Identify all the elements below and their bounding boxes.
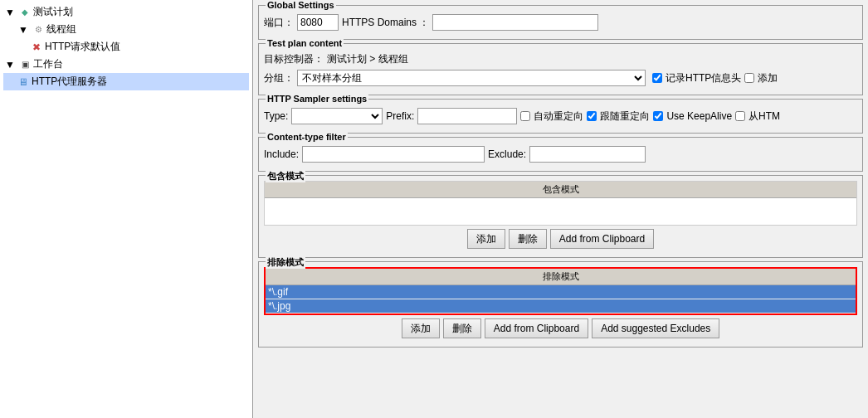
http-sampler-section: HTTP Sampler settings Type: Prefix: 自动重定… <box>258 99 863 134</box>
group-select[interactable]: 不对样本分组 在组间放置控制器 每个组放一个新控制器 只存储第一个样本 <box>297 70 646 86</box>
sidebar-item-test-plan[interactable]: ▼ ◆ 测试计划 <box>3 3 249 21</box>
sidebar: ▼ ◆ 测试计划 ▼ ⚙ 线程组 ✖ HTTP请求默认值 ▼ ▣ 工作台 🖥 H… <box>0 0 253 418</box>
include-pattern-table-wrapper: 包含模式 <box>264 181 857 226</box>
exclude-value-2: *\.jpg <box>268 300 290 312</box>
group-row: 分组： 不对样本分组 在组间放置控制器 每个组放一个新控制器 只存储第一个样本 … <box>264 70 857 86</box>
exclude-pattern-header: 排除模式 <box>266 269 856 285</box>
auto-redirect-checkbox[interactable] <box>520 111 530 121</box>
sidebar-item-label: 线程组 <box>46 22 76 36</box>
follow-redirect-label: 跟随重定向 <box>600 109 650 124</box>
https-input[interactable] <box>432 14 598 31</box>
prefix-label: Prefix: <box>386 110 414 122</box>
exclude-add-suggested-button[interactable]: Add suggested Excludes <box>592 318 719 338</box>
target-value: 测试计划 > 线程组 <box>327 52 408 66</box>
port-input[interactable] <box>297 14 339 31</box>
include-input[interactable] <box>302 146 485 163</box>
exclude-row-2[interactable]: *\.jpg <box>266 299 856 314</box>
global-settings-title: Global Settings <box>266 0 336 10</box>
include-pattern-header: 包含模式 <box>265 182 856 198</box>
group-label: 分组： <box>264 71 294 85</box>
follow-redirect-checkbox[interactable] <box>587 111 597 121</box>
sidebar-item-http-defaults[interactable]: ✖ HTTP请求默认值 <box>3 38 249 56</box>
exclude-buttons: 添加 删除 Add from Clipboard Add suggested E… <box>264 315 857 342</box>
expand-icon: ▼ <box>3 6 17 19</box>
test-plan-content-section: Test plan content 目标控制器： 测试计划 > 线程组 分组： … <box>258 43 863 95</box>
port-row: 端口： HTTPS Domains ： <box>264 14 857 31</box>
exclude-delete-button[interactable]: 删除 <box>443 318 481 338</box>
exclude-pattern-section: 排除模式 排除模式 *\.gif *\.jpg 添加 删除 Add from C… <box>258 261 863 348</box>
sidebar-item-label: 测试计划 <box>33 5 73 19</box>
include-delete-button[interactable]: 删除 <box>509 229 547 249</box>
target-label: 目标控制器： <box>264 52 324 66</box>
content-filter-title: Content-type filter <box>266 132 348 142</box>
type-row: Type: Prefix: 自动重定向 跟随重定向 Use KeepAlive … <box>264 108 857 124</box>
include-pattern-section: 包含模式 包含模式 添加 删除 Add from Clipboard <box>258 175 863 258</box>
target-row: 目标控制器： 测试计划 > 线程组 <box>264 52 857 66</box>
from-html-checkbox[interactable] <box>735 111 745 121</box>
exclude-row-1[interactable]: *\.gif <box>266 285 856 299</box>
type-select[interactable] <box>291 108 383 124</box>
exclude-pattern-title: 排除模式 <box>266 256 305 269</box>
http-sampler-title: HTTP Sampler settings <box>266 94 368 104</box>
http-proxy-icon: 🖥 <box>17 75 30 89</box>
record-http-checkbox[interactable] <box>652 73 662 83</box>
exclude-label: Exclude: <box>488 148 526 160</box>
exclude-input[interactable] <box>529 146 646 163</box>
add-label: 添加 <box>758 71 778 85</box>
include-label: Include: <box>264 148 299 160</box>
port-label: 端口： <box>264 16 294 30</box>
test-plan-content-title: Test plan content <box>266 38 344 48</box>
content-filter-section: Content-type filter Include: Exclude: <box>258 137 863 172</box>
sidebar-item-workbench[interactable]: ▼ ▣ 工作台 <box>3 56 249 73</box>
content-panel: Global Settings 端口： HTTPS Domains ： Test… <box>253 0 868 418</box>
include-buttons: 添加 删除 Add from Clipboard <box>264 226 857 252</box>
test-plan-icon: ◆ <box>18 6 32 19</box>
https-label: HTTPS Domains ： <box>342 16 429 30</box>
http-defaults-icon: ✖ <box>30 41 43 54</box>
keepalive-checkbox[interactable] <box>653 111 663 121</box>
record-http-label: 记录HTTP信息头 <box>666 71 741 85</box>
include-add-button[interactable]: 添加 <box>467 229 505 249</box>
include-pattern-rows <box>265 198 856 225</box>
from-html-label: 从HTM <box>749 109 780 124</box>
auto-redirect-label: 自动重定向 <box>534 109 583 124</box>
include-pattern-title: 包含模式 <box>266 170 305 182</box>
exclude-add-button[interactable]: 添加 <box>402 318 440 338</box>
type-label: Type: <box>264 110 288 122</box>
exclude-value-1: *\.gif <box>268 286 288 298</box>
add-checkbox[interactable] <box>744 73 754 83</box>
thread-group-icon: ⚙ <box>32 23 45 36</box>
include-add-clipboard-button[interactable]: Add from Clipboard <box>550 229 654 249</box>
sidebar-item-label: 工作台 <box>33 57 63 71</box>
exclude-pattern-table-wrapper: 排除模式 *\.gif *\.jpg <box>264 267 857 315</box>
workbench-icon: ▣ <box>18 58 32 71</box>
sidebar-item-thread-group[interactable]: ▼ ⚙ 线程组 <box>3 21 249 38</box>
expand-icon-wb: ▼ <box>3 58 17 71</box>
sidebar-item-http-proxy[interactable]: 🖥 HTTP代理服务器 <box>3 73 249 90</box>
expand-icon-thread: ▼ <box>17 23 30 36</box>
exclude-add-clipboard-button[interactable]: Add from Clipboard <box>485 318 588 338</box>
include-exclude-row: Include: Exclude: <box>264 146 857 163</box>
sidebar-item-label: HTTP代理服务器 <box>32 75 107 89</box>
sidebar-item-label: HTTP请求默认值 <box>45 40 120 54</box>
global-settings-section: Global Settings 端口： HTTPS Domains ： <box>258 5 863 40</box>
keepalive-label: Use KeepAlive <box>666 110 732 122</box>
prefix-input[interactable] <box>417 108 517 124</box>
